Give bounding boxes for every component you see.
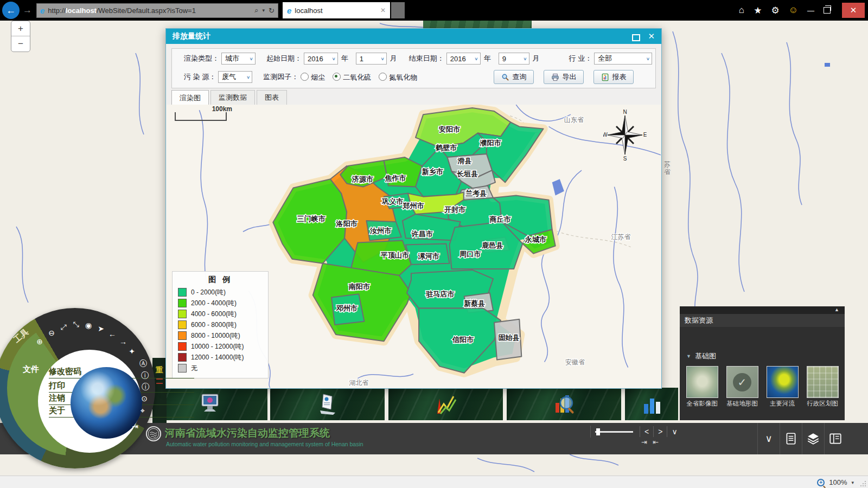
factor-label: 二氧化硫 bbox=[343, 73, 371, 81]
query-button[interactable]: 查询 bbox=[494, 70, 534, 84]
zoom-in-button[interactable]: + bbox=[11, 21, 30, 36]
banner-trend-chart[interactable] bbox=[388, 388, 503, 420]
layers-button[interactable] bbox=[802, 423, 824, 454]
panel-collapse-bar[interactable]: ▲ bbox=[680, 306, 845, 314]
svg-text:E: E bbox=[643, 132, 647, 138]
chevron-down-icon[interactable]: ▾ bbox=[263, 8, 265, 13]
collapse-up-icon[interactable]: ▲ bbox=[834, 307, 839, 312]
basemap-thumbnail[interactable]: ✓基础地形图 bbox=[723, 366, 761, 408]
forward-button[interactable]: → bbox=[23, 5, 32, 16]
dialog-close-button[interactable]: ✕ bbox=[648, 31, 655, 41]
end-year-select[interactable]: 2016∨ bbox=[446, 53, 481, 65]
thumbnail-image[interactable] bbox=[767, 366, 799, 398]
collapse-menu-icon[interactable]: ⇥ bbox=[132, 422, 138, 431]
pollution-source-select[interactable]: 废气∨ bbox=[218, 71, 252, 83]
map-region-label: 永城市 bbox=[525, 235, 547, 243]
thumbnail-image[interactable] bbox=[807, 366, 839, 398]
select-arrow-icon[interactable]: ➤ bbox=[98, 324, 104, 333]
pan-west-icon[interactable]: ← bbox=[108, 330, 116, 338]
render-map-area[interactable]: 三门峡市洛阳市济源市焦作市安阳市鹤壁市濮阳市滑县新乡市长垣县兰考县巩义市郑州市开… bbox=[167, 105, 661, 388]
dialog-maximize-button[interactable] bbox=[632, 34, 640, 41]
zoom-in-icon[interactable]: ⊕ bbox=[36, 337, 43, 346]
basemap-thumbnail[interactable]: 主要河流 bbox=[763, 366, 801, 408]
tab-close-icon[interactable]: ✕ bbox=[380, 7, 386, 14]
start-year-select[interactable]: 2016∨ bbox=[304, 53, 338, 65]
dialog-titlebar[interactable]: 排放量统计 ✕ bbox=[166, 29, 661, 44]
radial-tool-menu: 修改密码打印注销关于 工具 文件 ⊕⊖⤢⤡◉➤←→✦Ⓐⓘⓘ⊙⌖⇥ bbox=[0, 308, 157, 471]
feedback-smiley-icon[interactable]: ☺ bbox=[789, 5, 798, 16]
data-panel-button[interactable] bbox=[824, 423, 846, 454]
pan-east-icon[interactable]: → bbox=[119, 337, 127, 346]
info-icon[interactable]: ⓘ bbox=[141, 371, 149, 381]
basemap-thumbnail[interactable]: 行政区划图 bbox=[803, 366, 841, 408]
factor-radio-二氧化硫[interactable]: 二氧化硫 bbox=[333, 72, 371, 82]
section-basemaps[interactable]: ▼ 基础图 bbox=[680, 350, 845, 363]
banner-bar-chart[interactable] bbox=[625, 388, 678, 420]
map-region-label: 汝州市 bbox=[369, 227, 392, 235]
radio-icon[interactable] bbox=[333, 73, 341, 81]
close-window-button[interactable]: ✕ bbox=[842, 3, 865, 18]
factor-radio-氮氧化物[interactable]: 氮氧化物 bbox=[379, 72, 417, 82]
step-forward-icon[interactable]: ⇥ bbox=[641, 438, 647, 446]
report-button[interactable]: 报表 bbox=[593, 70, 634, 84]
tab-渲染图[interactable]: 渲染图 bbox=[171, 90, 209, 105]
timeline-slider[interactable] bbox=[595, 431, 633, 433]
expand-down-button[interactable]: ∨ bbox=[667, 426, 681, 437]
slider-handle[interactable] bbox=[596, 428, 600, 435]
step-back-icon[interactable]: ⇤ bbox=[653, 438, 659, 446]
zoom-magnifier-icon[interactable]: + bbox=[817, 479, 825, 486]
prev-button[interactable]: < bbox=[640, 426, 653, 437]
next-button[interactable]: > bbox=[653, 426, 667, 437]
map-region[interactable] bbox=[313, 264, 411, 341]
banner-document[interactable] bbox=[270, 388, 385, 420]
back-button[interactable]: ← bbox=[2, 2, 20, 19]
globe-icon[interactable]: ◉ bbox=[85, 321, 92, 330]
legend-swatch bbox=[178, 299, 187, 307]
thumbnail-image[interactable]: ✓ bbox=[726, 366, 758, 398]
document-list-button[interactable] bbox=[780, 423, 802, 454]
home-icon[interactable]: ⌂ bbox=[739, 5, 744, 16]
collapse-toolbar-button[interactable]: ∨ bbox=[757, 423, 780, 454]
export-button[interactable]: 导出 bbox=[544, 70, 584, 84]
zoom-out-icon[interactable]: ⊖ bbox=[48, 329, 55, 337]
map-region-label: 鹿邑县 bbox=[481, 241, 503, 249]
prev-extent-icon[interactable]: ⤡ bbox=[73, 320, 79, 329]
settings-gear-icon[interactable]: ⚙ bbox=[771, 5, 779, 16]
map-region-label: 许昌市 bbox=[411, 230, 433, 238]
thumbnail-image[interactable] bbox=[686, 366, 718, 398]
refresh-icon[interactable]: ↻ bbox=[269, 7, 275, 15]
start-month-select[interactable]: 1∨ bbox=[356, 53, 387, 65]
system-title: 河南省流域水污染自动监控管理系统 bbox=[165, 426, 330, 440]
minimize-button[interactable]: — bbox=[807, 7, 814, 15]
browser-tab[interactable]: e localhost ✕ bbox=[283, 2, 390, 18]
industry-select[interactable]: 全部∨ bbox=[594, 53, 652, 65]
tab-图表[interactable]: 图表 bbox=[257, 90, 287, 105]
url-text[interactable]: http://localhost/WebSite/Default.aspx?is… bbox=[48, 7, 251, 15]
new-tab-button[interactable] bbox=[391, 2, 405, 18]
radio-icon[interactable] bbox=[379, 73, 387, 81]
address-bar[interactable]: e http://localhost/WebSite/Default.aspx?… bbox=[36, 3, 278, 18]
render-type-select[interactable]: 城市∨ bbox=[221, 53, 256, 65]
file-wedge-label[interactable]: 文件 bbox=[23, 364, 39, 375]
basemap-thumbnail[interactable]: 全省影像图 bbox=[683, 366, 721, 408]
xy-coordinates-icon[interactable]: ⊙ bbox=[141, 394, 148, 403]
factor-radio-烟尘[interactable]: 烟尘 bbox=[301, 72, 325, 82]
svg-text:S: S bbox=[623, 156, 627, 161]
pan-hand-icon[interactable]: ✦ bbox=[129, 347, 135, 356]
map-region-label: 漯河市 bbox=[418, 252, 440, 260]
end-month-select[interactable]: 9∨ bbox=[499, 53, 529, 65]
zoom-caret-icon[interactable]: ▾ bbox=[851, 480, 854, 485]
zoom-level[interactable]: 100% bbox=[829, 478, 847, 486]
restore-button[interactable] bbox=[824, 7, 831, 14]
end-date-label: 结束日期： bbox=[409, 54, 444, 63]
zoom-out-button[interactable]: − bbox=[11, 36, 30, 51]
label-tool-icon[interactable]: Ⓐ bbox=[139, 359, 147, 369]
full-extent-icon[interactable]: ⤢ bbox=[60, 323, 66, 332]
banner-query-stats[interactable] bbox=[507, 388, 621, 420]
radio-icon[interactable] bbox=[301, 73, 309, 81]
identify-icon[interactable]: ⓘ bbox=[142, 382, 149, 392]
favorites-icon[interactable]: ★ bbox=[754, 5, 762, 16]
tab-监测数据[interactable]: 监测数据 bbox=[210, 90, 255, 105]
search-icon[interactable]: ⌕ bbox=[254, 6, 258, 15]
search-tool-icon[interactable]: ⌖ bbox=[141, 406, 145, 415]
